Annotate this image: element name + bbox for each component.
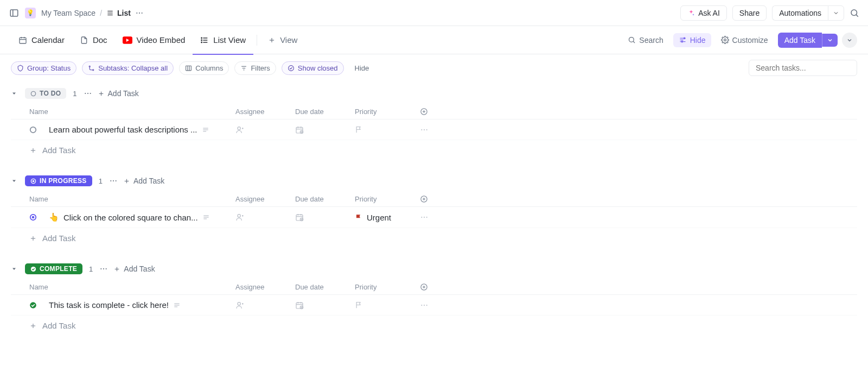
add-task-row-inprogress[interactable]: Add Task <box>11 228 857 248</box>
col-name-header[interactable]: Name <box>29 108 235 116</box>
svg-point-21 <box>201 42 202 42</box>
chip-subtasks[interactable]: Subtasks: Collapse all <box>82 61 174 75</box>
view-more-button[interactable] <box>842 33 857 48</box>
task-priority-cell[interactable]: Urgent <box>355 213 420 222</box>
status-pill-inprogress[interactable]: IN PROGRESS <box>25 175 92 186</box>
add-view-button[interactable]: View <box>260 26 305 54</box>
add-assignee-icon[interactable] <box>235 301 295 310</box>
add-due-date-icon[interactable] <box>295 213 355 222</box>
add-task-button[interactable]: Add Task <box>778 33 822 48</box>
add-priority-icon[interactable] <box>355 125 420 134</box>
add-due-date-icon[interactable] <box>295 125 355 134</box>
col-priority-header[interactable]: Priority <box>355 108 420 116</box>
task-row[interactable]: 👆 Click on the colored square to chan...… <box>11 207 857 228</box>
add-assignee-icon[interactable] <box>235 213 295 222</box>
add-task-row-todo[interactable]: Add Task <box>11 140 857 160</box>
add-due-date-icon[interactable] <box>295 301 355 310</box>
task-due-cell[interactable] <box>295 301 355 310</box>
chip-filters-label: Filters <box>251 64 270 72</box>
breadcrumb-more-icon[interactable] <box>135 9 144 17</box>
ask-ai-button[interactable]: Ask AI <box>680 5 727 21</box>
share-button[interactable]: Share <box>732 5 767 21</box>
task-assignee-cell[interactable] <box>235 125 295 134</box>
breadcrumb-space[interactable]: My Team Space <box>41 9 95 17</box>
task-status-icon[interactable] <box>29 126 37 134</box>
task-priority-cell[interactable] <box>355 125 420 134</box>
task-name[interactable]: This task is complete - click here! <box>49 300 169 310</box>
add-assignee-icon[interactable] <box>235 125 295 134</box>
add-task-row-complete[interactable]: Add Task <box>11 316 857 336</box>
group-more-icon[interactable] <box>84 89 92 98</box>
task-assignee-cell[interactable] <box>235 213 295 222</box>
task-more-icon[interactable] <box>420 301 436 310</box>
view-customize-button[interactable]: Customize <box>716 33 774 47</box>
add-priority-icon[interactable] <box>355 301 420 309</box>
task-row[interactable]: Learn about powerful task descriptions .… <box>11 119 857 140</box>
status-pill-complete[interactable]: COMPLETE <box>25 263 82 274</box>
task-row[interactable]: This task is complete - click here! <box>11 295 857 316</box>
group-more-icon[interactable] <box>99 264 108 273</box>
search-tasks-input[interactable] <box>749 60 857 76</box>
task-more-icon[interactable] <box>420 125 436 134</box>
task-status-icon[interactable] <box>29 301 37 309</box>
add-task-dropdown-button[interactable] <box>822 34 838 47</box>
group-inprogress-add-task[interactable]: Add Task <box>123 177 164 185</box>
col-add-header[interactable] <box>420 283 436 291</box>
chip-show-closed[interactable]: Show closed <box>282 61 344 75</box>
task-description-icon[interactable] <box>202 126 209 134</box>
task-description-icon[interactable] <box>202 213 210 221</box>
tab-doc[interactable]: Doc <box>72 26 115 54</box>
breadcrumb-list[interactable]: List <box>106 9 131 17</box>
collapse-icon[interactable] <box>11 266 18 272</box>
col-due-header[interactable]: Due date <box>295 108 355 116</box>
chip-columns[interactable]: Columns <box>179 61 229 75</box>
task-due-cell[interactable] <box>295 125 355 134</box>
group-todo-add-task[interactable]: Add Task <box>98 89 139 98</box>
task-more-cell[interactable] <box>420 125 436 134</box>
task-description-icon[interactable] <box>173 301 181 309</box>
col-name-header[interactable]: Name <box>29 195 235 203</box>
space-avatar-icon[interactable]: 💡 <box>25 8 36 18</box>
status-inprogress-label: IN PROGRESS <box>40 177 87 185</box>
col-priority-header[interactable]: Priority <box>355 195 420 203</box>
col-assignee-header[interactable]: Assignee <box>235 283 295 291</box>
chip-subtasks-label: Subtasks: Collapse all <box>98 64 168 72</box>
chip-group-status[interactable]: Group: Status <box>11 61 76 75</box>
col-assignee-header[interactable]: Assignee <box>235 195 295 203</box>
chip-filters[interactable]: Filters <box>234 61 276 75</box>
task-more-cell[interactable] <box>420 213 436 222</box>
top-search-icon[interactable] <box>850 8 859 18</box>
breadcrumb-list-label: List <box>117 9 131 17</box>
tab-video-embed[interactable]: Video Embed <box>115 26 193 54</box>
automations-dropdown-button[interactable] <box>828 5 844 21</box>
col-due-header[interactable]: Due date <box>295 283 355 291</box>
collapse-icon[interactable] <box>11 178 18 184</box>
breadcrumb-area: 💡 My Team Space / List <box>9 8 144 18</box>
automations-button[interactable]: Automations <box>772 5 828 21</box>
tab-list-view[interactable]: List View <box>193 26 253 54</box>
task-name[interactable]: Learn about powerful task descriptions .… <box>49 125 197 134</box>
task-due-cell[interactable] <box>295 213 355 222</box>
task-assignee-cell[interactable] <box>235 301 295 310</box>
view-search-button[interactable]: Search <box>622 33 668 47</box>
task-more-cell[interactable] <box>420 301 436 310</box>
col-due-header[interactable]: Due date <box>295 195 355 203</box>
task-priority-cell[interactable] <box>355 301 420 309</box>
view-hide-button[interactable]: Hide <box>673 33 711 47</box>
collapse-icon[interactable] <box>11 90 18 97</box>
sidebar-toggle-icon[interactable] <box>9 8 20 18</box>
col-assignee-header[interactable]: Assignee <box>235 108 295 116</box>
col-add-header[interactable] <box>420 108 436 116</box>
group-complete-add-task[interactable]: Add Task <box>113 264 155 273</box>
tab-calendar[interactable]: Calendar <box>11 26 72 54</box>
col-add-header[interactable] <box>420 195 436 203</box>
col-name-header[interactable]: Name <box>29 283 235 291</box>
task-status-icon[interactable] <box>29 213 37 221</box>
group-more-icon[interactable] <box>109 177 118 185</box>
task-name[interactable]: Click on the colored square to chan... <box>63 213 198 222</box>
status-pill-todo[interactable]: TO DO <box>25 88 66 99</box>
col-priority-header[interactable]: Priority <box>355 283 420 291</box>
task-more-icon[interactable] <box>420 213 436 222</box>
chip-hide-filters[interactable]: Hide <box>349 62 375 74</box>
group-add-task-label: Add Task <box>133 177 164 185</box>
